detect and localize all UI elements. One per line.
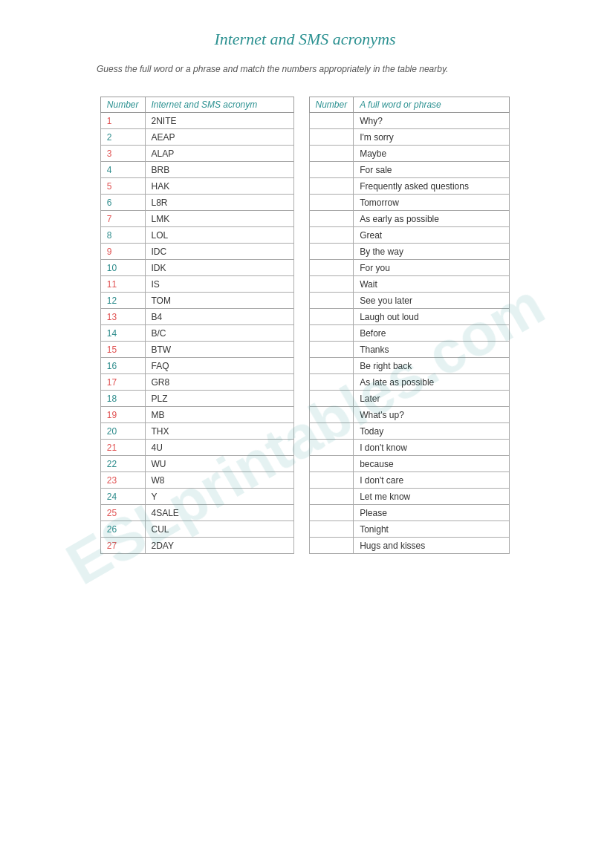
row-number-blank <box>309 129 354 146</box>
table-row: Why? <box>309 113 510 129</box>
row-phrase: As late as possible <box>354 374 510 391</box>
row-number-blank <box>309 391 354 407</box>
table-row: 18PLZ <box>100 391 293 407</box>
table-row: As early as possible <box>309 211 510 227</box>
row-number: 13 <box>100 309 145 325</box>
right-col1-header: Number <box>309 97 354 113</box>
table-row: 272DAY <box>100 538 293 554</box>
table-row: Be right back <box>309 358 510 374</box>
row-acronym: WU <box>145 456 293 472</box>
row-phrase: By the way <box>354 244 510 260</box>
table-row: 16FAQ <box>100 358 293 374</box>
row-number-blank <box>309 260 354 276</box>
table-row: Wait <box>309 276 510 293</box>
row-number: 17 <box>100 374 145 391</box>
row-number-blank <box>309 521 354 538</box>
row-phrase: Please <box>354 505 510 521</box>
row-number-blank <box>309 423 354 440</box>
row-acronym: HAK <box>145 178 293 195</box>
row-phrase: What's up? <box>354 407 510 423</box>
row-acronym: ALAP <box>145 146 293 162</box>
table-row: By the way <box>309 244 510 260</box>
row-phrase: Thanks <box>354 342 510 358</box>
row-acronym: B/C <box>145 325 293 342</box>
table-row: 17GR8 <box>100 374 293 391</box>
row-phrase: Great <box>354 227 510 244</box>
table-row: Today <box>309 423 510 440</box>
row-number-blank <box>309 227 354 244</box>
table-row: 24Y <box>100 489 293 505</box>
table-row: 14B/C <box>100 325 293 342</box>
row-acronym: 4SALE <box>145 505 293 521</box>
left-col1-header: Number <box>100 97 145 113</box>
row-phrase: Laugh out loud <box>354 309 510 325</box>
row-number: 5 <box>100 178 145 195</box>
row-number-blank <box>309 178 354 195</box>
row-number-blank <box>309 325 354 342</box>
row-acronym: 2DAY <box>145 538 293 554</box>
row-number: 7 <box>100 211 145 227</box>
row-phrase: As early as possible <box>354 211 510 227</box>
row-phrase: For sale <box>354 162 510 178</box>
table-row: As late as possible <box>309 374 510 391</box>
row-number: 11 <box>100 276 145 293</box>
table-row: 7LMK <box>100 211 293 227</box>
row-number: 4 <box>100 162 145 178</box>
row-number: 24 <box>100 489 145 505</box>
row-number-blank <box>309 407 354 423</box>
table-row: Thanks <box>309 342 510 358</box>
row-acronym: GR8 <box>145 374 293 391</box>
row-acronym: CUL <box>145 521 293 538</box>
tables-container: Number Internet and SMS acronym 12NITE2A… <box>37 97 573 554</box>
table-row: 3ALAP <box>100 146 293 162</box>
row-phrase: Maybe <box>354 146 510 162</box>
row-acronym: TOM <box>145 293 293 309</box>
row-number: 3 <box>100 146 145 162</box>
row-acronym: AEAP <box>145 129 293 146</box>
row-acronym: PLZ <box>145 391 293 407</box>
table-row: For you <box>309 260 510 276</box>
row-number-blank <box>309 293 354 309</box>
table-row: 23W8 <box>100 472 293 489</box>
row-number-blank <box>309 374 354 391</box>
row-phrase: Let me know <box>354 489 510 505</box>
row-phrase: Tonight <box>354 521 510 538</box>
row-phrase: Be right back <box>354 358 510 374</box>
table-row: 20THX <box>100 423 293 440</box>
table-row: Let me know <box>309 489 510 505</box>
row-phrase: Tomorrow <box>354 195 510 211</box>
row-phrase: Wait <box>354 276 510 293</box>
table-row: 9IDC <box>100 244 293 260</box>
left-col2-header: Internet and SMS acronym <box>145 97 293 113</box>
row-number-blank <box>309 162 354 178</box>
row-phrase: Later <box>354 391 510 407</box>
row-acronym: MB <box>145 407 293 423</box>
right-table: Number A full word or phrase Why?I'm sor… <box>309 97 510 554</box>
left-table: Number Internet and SMS acronym 12NITE2A… <box>100 97 294 554</box>
row-number: 23 <box>100 472 145 489</box>
row-phrase: I'm sorry <box>354 129 510 146</box>
row-acronym: 2NITE <box>145 113 293 129</box>
row-acronym: BTW <box>145 342 293 358</box>
right-col2-header: A full word or phrase <box>354 97 510 113</box>
row-acronym: W8 <box>145 472 293 489</box>
row-number-blank <box>309 195 354 211</box>
row-phrase: Today <box>354 423 510 440</box>
table-row: 12TOM <box>100 293 293 309</box>
table-row: Laugh out loud <box>309 309 510 325</box>
table-row: Tomorrow <box>309 195 510 211</box>
table-row: 214U <box>100 440 293 456</box>
row-number: 6 <box>100 195 145 211</box>
row-number: 15 <box>100 342 145 358</box>
page-title: Internet and SMS acronyms <box>37 30 573 49</box>
table-row: Later <box>309 391 510 407</box>
table-row: 15BTW <box>100 342 293 358</box>
row-acronym: 4U <box>145 440 293 456</box>
row-acronym: L8R <box>145 195 293 211</box>
row-number: 22 <box>100 456 145 472</box>
table-row: 5HAK <box>100 178 293 195</box>
table-row: 26CUL <box>100 521 293 538</box>
row-number: 27 <box>100 538 145 554</box>
table-row: Great <box>309 227 510 244</box>
table-row: I'm sorry <box>309 129 510 146</box>
